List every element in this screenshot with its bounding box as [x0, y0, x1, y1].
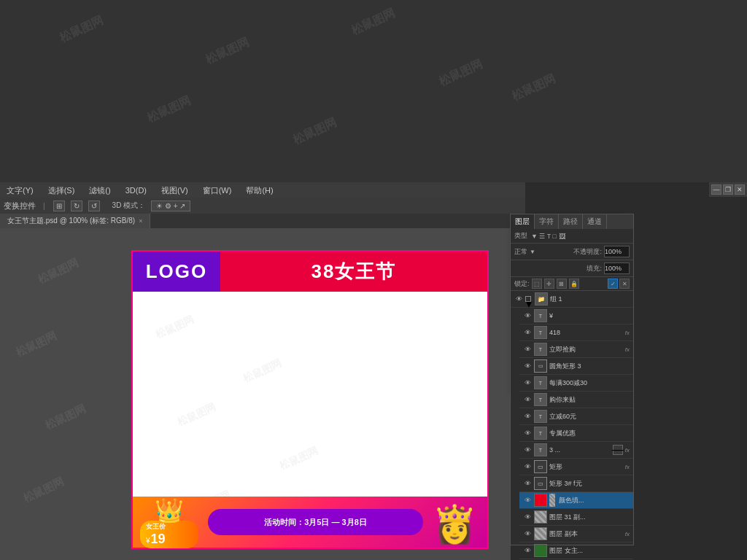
group-1-name: 组 1	[550, 295, 630, 304]
blend-label: 正常	[514, 247, 527, 257]
toolbar-icon-3[interactable]: ↺	[88, 201, 100, 211]
layer-3dots[interactable]: 👁 T 3 ... — fx	[519, 442, 633, 459]
3d-mode-select[interactable]: ☀ ⚙ + ↗	[151, 201, 190, 211]
eye-yen[interactable]: 👁	[523, 311, 532, 320]
design-canvas: LOGO 38女王节 松鼠图网 松鼠图网 松鼠图网 松鼠图网 松鼠图网 👑 女王…	[131, 250, 489, 549]
blend-arrow[interactable]: ▼	[530, 249, 535, 255]
watermark-canvas3: 松鼠图网	[43, 402, 88, 433]
dash-separator: —	[613, 445, 623, 455]
layer-lijiqianggou[interactable]: 👁 T 立即抢购 fx	[519, 341, 633, 358]
fill-input[interactable]	[604, 262, 630, 274]
eye-418[interactable]: 👁	[523, 328, 532, 337]
menu-item-text[interactable]: 文字(Y)	[4, 184, 36, 198]
logo-text: LOGO	[146, 260, 208, 283]
princess-icon: 👸	[432, 506, 477, 542]
watermark-canvas1: 松鼠图网	[36, 256, 81, 287]
lock-all[interactable]: 🔒	[569, 279, 579, 289]
eye-nlt[interactable]: 👁	[523, 395, 532, 404]
eye-copy[interactable]: 👁	[523, 529, 532, 538]
tab-path[interactable]: 路径	[559, 214, 583, 229]
toolbar-icon-1[interactable]: ⊞	[53, 201, 65, 211]
layer-roundrect3[interactable]: 👁 ▭ 圆角矩形 3	[519, 358, 633, 375]
thumb-lq: T	[534, 343, 547, 356]
minimize-button[interactable]: —	[711, 184, 721, 195]
layer-zhuanshu[interactable]: 👁 T 专属优惠	[519, 425, 633, 442]
layers-blend-opacity: 正常 ▼ 不透明度:	[511, 244, 633, 260]
layer-yen[interactable]: 👁 T ¥	[519, 308, 633, 324]
menu-item-window[interactable]: 窗口(W)	[200, 184, 235, 198]
eye-3d[interactable]: 👁	[523, 446, 532, 454]
toolbar-icon-2[interactable]: ↻	[71, 201, 82, 211]
watermark-canvas2: 松鼠图网	[14, 329, 59, 360]
layer-colorfill[interactable]: 👁 颜色填...	[519, 492, 633, 509]
kind-label: 类型	[514, 231, 527, 241]
layers-fill-row: 填充:	[511, 260, 633, 277]
price-symbol: ¥	[146, 537, 150, 545]
name-418: 418	[549, 329, 623, 336]
eye-cf[interactable]: 👁	[523, 496, 532, 505]
lock-move[interactable]: ✛	[544, 279, 554, 289]
fx-copy: fx	[625, 531, 630, 537]
layer-418[interactable]: 👁 T 418 fx	[519, 324, 633, 341]
document-tab[interactable]: 女王节主题.psd @ 100% (标签: RGB/8) ×	[0, 214, 150, 228]
layer-31[interactable]: 👁 图层 31 副...	[519, 509, 633, 526]
name-r38: 矩形 3# f元	[549, 479, 630, 489]
eye-queen[interactable]: 👁	[523, 546, 532, 555]
layer-copy[interactable]: 👁 图层 副本 fx	[519, 526, 633, 542]
title-text: 38女王节	[311, 259, 397, 284]
eye-zs[interactable]: 👁	[523, 429, 532, 438]
menu-item-help[interactable]: 帮助(H)	[243, 184, 276, 198]
layer-lijian60[interactable]: 👁 T 立减60元	[519, 408, 633, 425]
menu-item-view[interactable]: 视图(V)	[158, 184, 191, 198]
layer-nilaiti[interactable]: 👁 T 购你来贴	[519, 392, 633, 408]
name-cf: 颜色填...	[559, 496, 630, 505]
layer-queen[interactable]: 👁 图层 女主...	[519, 542, 633, 559]
eye-r38[interactable]: 👁	[523, 479, 532, 488]
thumb-nlt: T	[534, 393, 547, 406]
name-rect: 矩形	[549, 462, 623, 472]
lock-row: 锁定: ⬚ ✛ ⊠ 🔒 ✓ ✕	[511, 277, 633, 291]
name-zs: 专属优惠	[549, 429, 630, 438]
eye-lj60[interactable]: 👁	[523, 412, 532, 421]
top-dark-area: 松鼠图网 松鼠图网 松鼠图网 松鼠图网 松鼠图网 松鼠图网 松鼠图网 CoM	[0, 0, 747, 182]
watermark: 松鼠图网	[291, 114, 340, 148]
layer-rect[interactable]: 👁 ▭ 矩形 fx	[519, 459, 633, 475]
header-strip: LOGO 38女王节	[133, 252, 487, 292]
watermark: 松鼠图网	[510, 71, 559, 104]
tab-channels[interactable]: 通道	[583, 214, 607, 229]
thumb-lj60: T	[534, 410, 547, 423]
close-button[interactable]: ✕	[735, 184, 745, 195]
eye-31[interactable]: 👁	[523, 513, 532, 521]
eye-lq[interactable]: 👁	[523, 345, 532, 354]
eye-rr3[interactable]: 👁	[523, 362, 532, 370]
layer-every300[interactable]: 👁 T 每满300减30	[519, 375, 633, 392]
confirm-btn[interactable]: ✓	[608, 279, 618, 289]
eye-rect[interactable]: 👁	[523, 462, 532, 471]
tab-char[interactable]: 字符	[535, 214, 559, 229]
fill-label: 填充:	[587, 264, 602, 273]
activity-time-text: 活动时间：3月5日 — 3月8日	[264, 517, 367, 528]
queen-price-badge: 女王价 ¥ 19	[140, 521, 198, 548]
layer-eye-group[interactable]: 👁	[514, 295, 523, 303]
name-lq: 立即抢购	[549, 345, 623, 354]
menu-item-3d[interactable]: 3D(D)	[123, 184, 150, 196]
layers-tabs: 图层 字符 路径 通道	[511, 214, 633, 229]
group-triangle[interactable]: ▾	[525, 296, 531, 302]
layer-rect38[interactable]: 👁 ▭ 矩形 3# f元	[519, 475, 633, 492]
restore-button[interactable]: ❐	[723, 184, 733, 195]
tab-close-button[interactable]: ×	[139, 217, 142, 225]
fx-lq: fx	[625, 346, 630, 353]
eye-e300[interactable]: 👁	[523, 378, 532, 387]
tab-layers[interactable]: 图层	[511, 214, 535, 229]
layer-group-1[interactable]: 👁 ▾ 📁 组 1	[511, 291, 633, 308]
thumb-31	[534, 510, 547, 524]
name-queen: 图层 女主...	[549, 546, 630, 556]
cancel-btn[interactable]: ✕	[619, 279, 630, 289]
lock-pixels[interactable]: ⬚	[532, 279, 542, 289]
opacity-input[interactable]	[604, 246, 630, 257]
lock-art[interactable]: ⊠	[557, 279, 567, 289]
thumb-rect: ▭	[534, 460, 547, 473]
menu-item-select[interactable]: 选择(S)	[45, 184, 78, 198]
crown-icon: 👑	[155, 497, 184, 524]
menu-item-filter[interactable]: 滤镜()	[86, 184, 113, 198]
